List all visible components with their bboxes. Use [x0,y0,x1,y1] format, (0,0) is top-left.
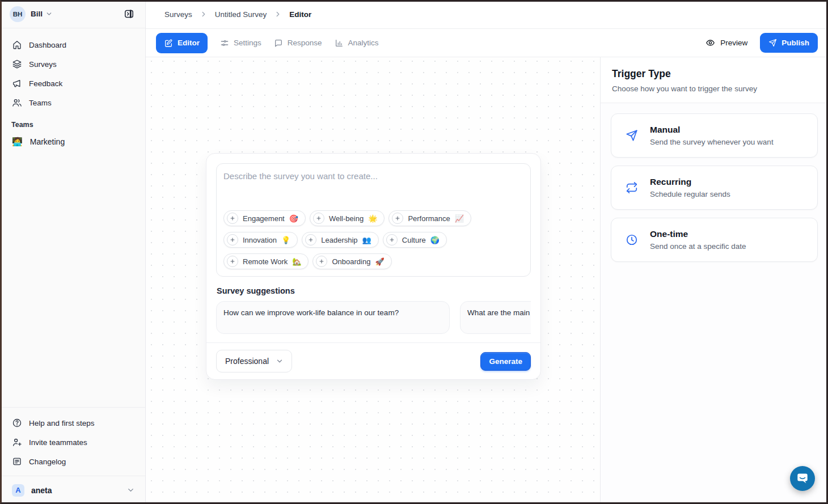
chip-culture[interactable]: Culture 🌍 [383,232,447,248]
plus-icon [227,234,238,245]
sidebar-item-help[interactable]: Help and first steps [7,413,138,433]
chip-emoji: 🚀 [375,257,384,266]
main-column: Surveys Untitled Survey Editor Editor Se… [146,0,828,504]
prompt-box: Engagement 🎯 Well-being 🌟 Performance [216,163,531,277]
trigger-options: Manual Send the survey whenever you want… [601,103,828,504]
tab-label: Settings [234,39,261,47]
user-menu[interactable]: A aneta [0,476,145,504]
team-emoji: 🧑‍💻 [12,137,23,147]
eye-icon [706,38,715,48]
trigger-option-title: Manual [650,125,774,135]
sidebar-item-label: Feedback [29,79,62,88]
breadcrumb-editor: Editor [289,10,311,19]
publish-label: Publish [781,39,809,47]
panel-title: Trigger Type [612,68,817,80]
sidebar-item-label: Help and first steps [29,419,95,427]
workspace-avatar: BH [10,6,26,22]
chip-onboarding[interactable]: Onboarding 🚀 [312,253,391,269]
workspace-switcher[interactable]: BH Bill [0,0,145,28]
breadcrumb: Surveys Untitled Survey Editor [146,0,828,29]
edit-icon [164,39,173,48]
chat-bubble-icon [796,472,809,485]
chip-emoji: 🌍 [430,236,440,244]
sidebar-item-label: Changelog [29,458,66,466]
composer-footer: Professional Generate [216,350,531,372]
sidebar-item-surveys[interactable]: Surveys [7,54,138,74]
breadcrumb-surveys[interactable]: Surveys [164,10,192,19]
sidebar-item-teams[interactable]: Teams [7,93,138,112]
tab-settings[interactable]: Settings [220,39,261,48]
sidebar-item-changelog[interactable]: Changelog [7,452,138,471]
suggestion-card[interactable]: How can we improve work-life balance in … [216,301,450,334]
editor-toolbar: Editor Settings Response Analytics Previ… [146,29,828,57]
teams-section-label: Teams [11,121,134,129]
trigger-option-recurring[interactable]: Recurring Schedule regular sends [611,166,818,210]
suggestions-title: Survey suggestions [217,286,531,295]
chip-leadership[interactable]: Leadership 👥 [302,232,379,248]
sidebar-item-label: Surveys [29,60,57,69]
sidebar-footer: Help and first steps Invite teammates Ch… [0,407,145,504]
clock-icon [626,234,638,246]
suggestions-row: How can we improve work-life balance in … [216,301,531,334]
chip-label: Remote Work [243,257,288,266]
app-root: BH Bill Dashboard Surveys Feedb [0,0,828,504]
trigger-option-manual[interactable]: Manual Send the survey whenever you want [611,113,818,158]
workspace-name: Bill [31,10,43,18]
chevron-right-icon [200,10,208,18]
sidebar-item-dashboard[interactable]: Dashboard [7,35,138,54]
team-label: Marketing [30,137,65,146]
sidebar-item-invite[interactable]: Invite teammates [7,433,138,452]
chip-emoji: 💡 [281,236,290,244]
chip-remote-work[interactable]: Remote Work 🏡 [223,253,309,269]
plus-icon [386,234,398,245]
tab-editor[interactable]: Editor [156,33,208,53]
tone-value: Professional [225,357,269,366]
survey-prompt-input[interactable] [223,171,523,210]
chip-innovation[interactable]: Innovation 💡 [223,232,298,248]
panel-subtitle: Choose how you want to trigger the surve… [612,84,817,93]
collapse-sidebar-button[interactable] [120,5,138,23]
tone-select[interactable]: Professional [216,350,292,372]
trigger-option-one-time[interactable]: One-time Send once at a specific date [611,218,818,262]
chip-label: Culture [402,236,426,244]
sidebar-item-feedback[interactable]: Feedback [7,74,138,93]
chevron-down-icon [126,486,135,494]
user-avatar: A [12,484,24,497]
composer-divider [206,342,540,343]
chip-performance[interactable]: Performance 📈 [388,210,471,226]
megaphone-icon [12,78,22,88]
help-circle-icon [12,418,22,428]
publish-button[interactable]: Publish [760,33,818,53]
editor-canvas[interactable]: Engagement 🎯 Well-being 🌟 Performance [146,57,600,504]
plus-icon [227,256,238,267]
chevron-down-icon [45,10,53,18]
sidebar-team-marketing[interactable]: 🧑‍💻 Marketing [7,131,138,153]
chat-square-icon [274,39,283,48]
preview-button[interactable]: Preview [706,38,747,48]
trigger-panel: Trigger Type Choose how you want to trig… [600,57,828,504]
survey-composer-card: Engagement 🎯 Well-being 🌟 Performance [206,153,541,380]
trigger-option-title: One-time [650,229,746,239]
send-icon [626,129,638,142]
chevron-right-icon [274,10,282,18]
topic-chips: Engagement 🎯 Well-being 🌟 Performance [223,210,523,269]
tab-response[interactable]: Response [274,39,322,48]
generate-button[interactable]: Generate [480,352,531,371]
trigger-option-text: One-time Send once at a specific date [650,229,746,251]
trigger-option-description: Schedule regular sends [650,190,730,198]
trigger-option-text: Recurring Schedule regular sends [650,177,730,198]
tab-analytics[interactable]: Analytics [335,39,379,48]
trigger-panel-header: Trigger Type Choose how you want to trig… [601,57,828,103]
suggestion-card[interactable]: What are the main ob [460,301,531,334]
chip-emoji: 🏡 [292,257,301,266]
collapse-sidebar-icon [124,9,134,19]
trigger-option-text: Manual Send the survey whenever you want [650,125,774,146]
preview-label: Preview [720,39,747,47]
breadcrumb-untitled-survey[interactable]: Untitled Survey [215,10,267,19]
chevron-down-icon [276,357,284,365]
chat-launcher-button[interactable] [790,466,815,491]
chip-well-being[interactable]: Well-being 🌟 [310,210,385,226]
toolbar-actions: Preview Publish [706,33,818,53]
chip-engagement[interactable]: Engagement 🎯 [223,210,306,226]
sidebar-item-label: Dashboard [29,41,66,49]
